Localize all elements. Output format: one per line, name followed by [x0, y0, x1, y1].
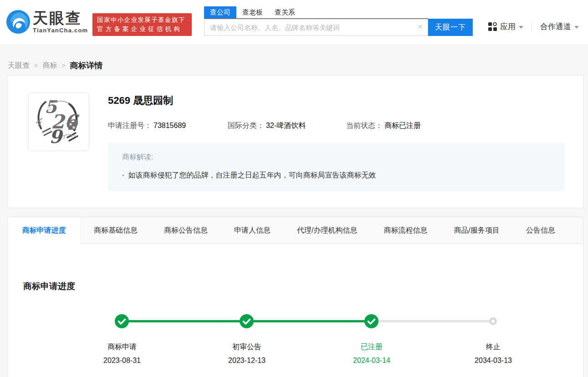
field-value: 73815689 [153, 122, 186, 129]
timeline-step-date: 2023-08-31 [72, 357, 172, 365]
badge-line-2: 官方备案企业征信机构 [97, 25, 187, 34]
bullet-icon: • [122, 172, 124, 179]
tianyancha-logo[interactable]: 天眼查 TianYanCha.com [6, 10, 88, 34]
trademark-image: 5 26 9 [28, 92, 89, 151]
breadcrumb-link[interactable]: 商标 [42, 61, 57, 71]
badge-line-1: 国家中小企业发展子基金旗下 [97, 15, 187, 25]
breadcrumb-separator: > [34, 62, 38, 69]
timeline-step-date: 2024-03-14 [322, 357, 422, 365]
search-tab-查公司[interactable]: 查公司 [204, 6, 236, 19]
trademark-field: 申请注册号：73815689 [108, 121, 228, 131]
timeline-step-name: 初审公告 [197, 342, 297, 352]
logo-brand: 天眼查 [33, 10, 88, 26]
detail-tabs: 商标申请进度商标基础信息商标公告信息申请人信息代理/办理机构信息商标流程信息商品… [8, 217, 583, 244]
trademark-glyph-9: 9 [49, 126, 63, 147]
tab-公告信息[interactable]: 公告信息 [513, 217, 568, 244]
progress-timeline: 商标申请2023-08-31初审公告2023-12-13已注册2024-03-1… [23, 314, 583, 377]
trademark-fields: 申请注册号：73815689国际分类：32-啤酒饮料当前状态：商标已注册 [108, 121, 565, 131]
breadcrumb: 天眼查>商标>商标详情 [0, 44, 588, 75]
search-button[interactable]: 天眼一下 [428, 19, 473, 36]
tab-商标公告信息[interactable]: 商标公告信息 [151, 217, 221, 244]
timeline-node-pending [489, 317, 497, 325]
official-badge: 国家中小企业发展子基金旗下 官方备案企业征信机构 [92, 13, 192, 36]
logo-domain: TianYanCha.com [33, 27, 88, 34]
trademark-summary-card: 5 26 9 5269 晟思园制 申请注册号：73815689国际分类：32-啤… [7, 75, 583, 208]
search-input[interactable] [204, 19, 428, 36]
tab-商品/服务项目[interactable]: 商品/服务项目 [440, 217, 512, 244]
breadcrumb-link[interactable]: 天眼查 [8, 61, 30, 71]
interpretation-title: 商标解读: [122, 153, 551, 162]
tianyancha-logo-icon [6, 10, 30, 34]
section-title: 商标申请进度 [23, 280, 583, 292]
apps-grid-icon [488, 22, 497, 31]
interpretation-box: 商标解读: • 如该商标侵犯了您的品牌，自注册之日起五年内，可向商标局宣告该商标… [108, 143, 565, 191]
timeline-step-name: 已注册 [322, 342, 422, 352]
timeline-node-check-icon [115, 314, 129, 328]
trademark-field: 当前状态：商标已注册 [346, 121, 421, 131]
chevron-down-icon [519, 26, 523, 29]
field-label: 国际分类： [228, 122, 264, 129]
interpretation-text: 如该商标侵犯了您的品牌，自注册之日起五年内，可向商标局宣告该商标无效 [128, 171, 376, 180]
tab-商标基础信息[interactable]: 商标基础信息 [81, 217, 151, 244]
timeline-line-pending [372, 320, 493, 322]
nav-apps[interactable]: 应用 [488, 21, 523, 32]
search-row: ✕ 天眼一下 [204, 19, 473, 36]
trademark-main: 5269 晟思园制 申请注册号：73815689国际分类：32-啤酒饮料当前状态… [108, 92, 565, 191]
tab-商标申请进度[interactable]: 商标申请进度 [8, 217, 81, 244]
field-value: 32-啤酒饮料 [266, 122, 306, 129]
breadcrumb-separator: > [61, 62, 65, 69]
tab-申请人信息[interactable]: 申请人信息 [221, 217, 284, 244]
search-area: 查公司查老板查关系 ✕ 天眼一下 [204, 6, 473, 36]
trademark-title: 5269 晟思园制 [108, 94, 565, 107]
timeline-node-check-icon [364, 314, 378, 328]
field-label: 当前状态： [346, 122, 383, 129]
page-body: 天眼查>商标>商标详情 5 26 9 5269 晟思园制 [0, 44, 588, 377]
detail-card: 商标申请进度商标基础信息商标公告信息申请人信息代理/办理机构信息商标流程信息商品… [7, 217, 583, 377]
header-nav: 应用 合作通道 [488, 21, 579, 32]
tab-content: 商标申请进度 商标申请2023-08-31初审公告2023-12-13已注册20… [8, 244, 583, 377]
field-value: 商标已注册 [384, 122, 421, 129]
timeline-step-date: 2034-03-13 [443, 357, 543, 365]
breadcrumb-current: 商标详情 [70, 60, 102, 71]
timeline-step-name: 终止 [443, 342, 543, 352]
nav-partner[interactable]: 合作通道 [540, 21, 579, 32]
nav-partner-label: 合作通道 [540, 21, 571, 32]
trademark-field: 国际分类：32-啤酒饮料 [228, 121, 346, 131]
search-tab-查关系[interactable]: 查关系 [275, 6, 295, 19]
timeline-step-date: 2023-12-13 [197, 357, 297, 365]
search-tab-查老板[interactable]: 查老板 [242, 6, 263, 19]
interpretation-item: • 如该商标侵犯了您的品牌，自注册之日起五年内，可向商标局宣告该商标无效 [122, 171, 551, 180]
chevron-down-icon [574, 26, 579, 29]
nav-divider [532, 22, 532, 31]
tab-代理/办理机构信息[interactable]: 代理/办理机构信息 [284, 217, 370, 244]
clear-icon[interactable]: ✕ [417, 23, 423, 31]
search-tabs: 查公司查老板查关系 [204, 6, 473, 19]
timeline-node-check-icon [240, 314, 254, 328]
timeline-step-name: 商标申请 [72, 342, 172, 352]
top-header: 天眼查 TianYanCha.com 国家中小企业发展子基金旗下 官方备案企业征… [0, 0, 588, 44]
tab-商标流程信息[interactable]: 商标流程信息 [370, 217, 440, 244]
field-label: 申请注册号： [108, 122, 152, 129]
nav-apps-label: 应用 [500, 21, 516, 32]
logo-text: 天眼查 TianYanCha.com [33, 10, 88, 34]
